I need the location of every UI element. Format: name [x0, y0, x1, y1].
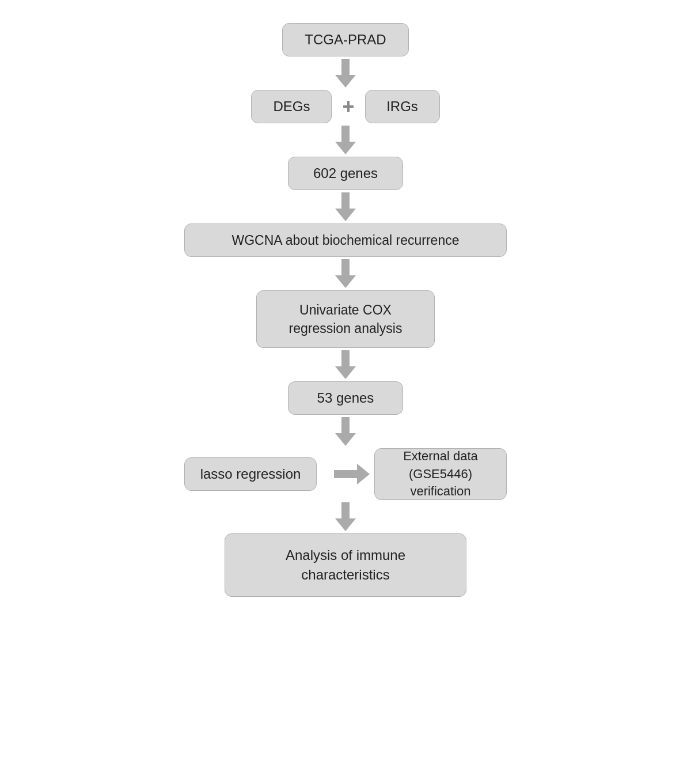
tcga-prad-box: TCGA-PRAD: [282, 23, 409, 56]
arrow-602-to-wgcna: [335, 192, 356, 221]
arrow-shaft-6: [341, 417, 350, 433]
degs-irgs-row: DEGs + IRGs: [251, 90, 439, 123]
arrow-head-3: [335, 209, 356, 221]
arrow-degs-to-602: [335, 126, 356, 154]
arrow-head-2: [335, 142, 356, 154]
univariate-label: Univariate COX regression analysis: [289, 301, 403, 338]
immune-characteristics-label: Analysis of immune characteristics: [286, 546, 405, 584]
arrow-right-to-external: [334, 464, 370, 484]
lasso-row: lasso regression External data (GSE5446)…: [0, 448, 691, 500]
external-data-box: External data (GSE5446) verification: [374, 448, 507, 500]
irgs-box: IRGs: [365, 90, 440, 123]
arrow-lasso-to-immune: [335, 502, 356, 531]
arrow-head-7: [335, 518, 356, 531]
genes-602-box: 602 genes: [288, 157, 403, 190]
diagram-container: TCGA-PRAD DEGs + IRGs 602 genes: [0, 0, 691, 784]
univariate-box: Univariate COX regression analysis: [256, 290, 435, 348]
wgcna-box: WGCNA about biochemical recurrence: [184, 224, 507, 257]
flow-column: TCGA-PRAD DEGs + IRGs 602 genes: [0, 23, 691, 597]
arrow-head-right: [357, 464, 370, 484]
arrow-shaft-1: [341, 59, 350, 75]
arrow-shaft-h: [334, 470, 357, 478]
arrow-head-5: [335, 366, 356, 379]
arrow-shaft-4: [341, 259, 350, 275]
arrow-53-to-lasso: [335, 417, 356, 446]
arrow-tcga-to-degs: [335, 59, 356, 88]
degs-box: DEGs: [251, 90, 332, 123]
wgcna-label: WGCNA about biochemical recurrence: [232, 233, 460, 248]
arrow-head-1: [335, 75, 356, 88]
plus-sign: +: [342, 94, 354, 119]
arrow-head-4: [335, 275, 356, 288]
lasso-side: External data (GSE5446) verification: [334, 448, 507, 500]
arrow-shaft-3: [341, 192, 350, 209]
genes-602-label: 602 genes: [313, 165, 378, 181]
tcga-prad-label: TCGA-PRAD: [305, 32, 386, 48]
degs-label: DEGs: [273, 99, 310, 115]
immune-characteristics-box: Analysis of immune characteristics: [225, 533, 466, 597]
arrow-wgcna-to-univariate: [335, 259, 356, 288]
arrow-univariate-to-53: [335, 350, 356, 379]
arrow-shaft-7: [341, 502, 350, 518]
lasso-box: lasso regression: [184, 457, 317, 491]
external-data-label: External data (GSE5446) verification: [389, 448, 492, 501]
genes-53-label: 53 genes: [317, 390, 374, 406]
arrow-head-6: [335, 433, 356, 446]
lasso-label: lasso regression: [200, 466, 301, 482]
genes-53-box: 53 genes: [288, 381, 403, 415]
arrow-shaft-2: [341, 126, 350, 142]
arrow-shaft-5: [341, 350, 350, 366]
irgs-label: IRGs: [386, 99, 418, 115]
